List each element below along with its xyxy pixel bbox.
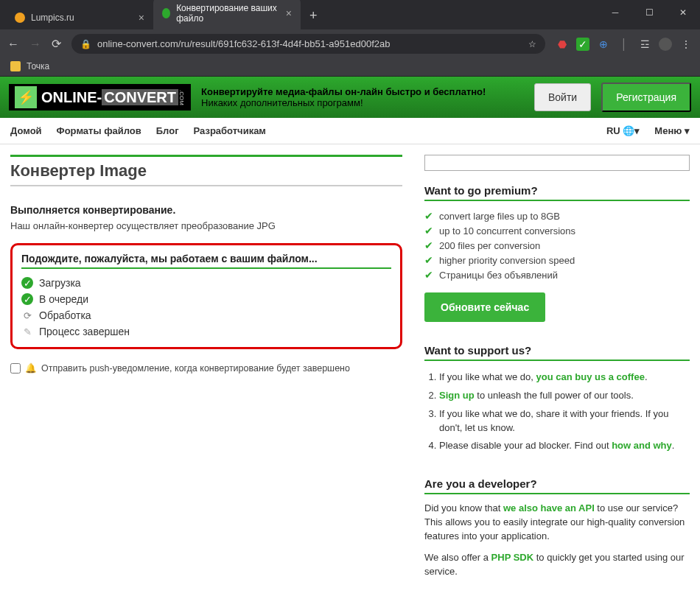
extension-icon[interactable]: ✓ xyxy=(576,38,589,51)
status-done: ✎ Процесс завершен xyxy=(21,323,391,340)
reload-button[interactable]: ⟳ xyxy=(52,37,61,51)
maximize-button[interactable]: ☐ xyxy=(632,0,666,25)
support-head: Want to support us? xyxy=(424,344,690,361)
upgrade-button[interactable]: Обновите сейчас xyxy=(424,292,545,322)
nav-lang[interactable]: RU 🌐▾ xyxy=(606,125,640,136)
check-icon: ✔ xyxy=(424,254,433,266)
dev-head: Are you a developer? xyxy=(424,477,690,494)
close-icon[interactable]: × xyxy=(286,7,292,19)
nav-menu[interactable]: Меню ▾ xyxy=(654,125,690,136)
close-window-button[interactable]: ✕ xyxy=(666,0,700,25)
sdk-link[interactable]: PHP SDK xyxy=(491,552,534,563)
address-bar[interactable]: 🔒 online-convert.com/ru/result/691fc632-… xyxy=(71,34,545,54)
support-list: If you like what we do, you can buy us a… xyxy=(439,368,690,455)
extension-icon[interactable]: ⬣ xyxy=(556,38,569,51)
logo-com: .COM xyxy=(178,90,185,105)
browser-tab-active[interactable]: Конвертирование ваших файло × xyxy=(153,0,301,29)
page-title: Конвертер Image xyxy=(10,161,402,180)
check-icon: ✔ xyxy=(424,239,433,251)
premium-list: ✔convert large files up to 8GB ✔up to 10… xyxy=(424,208,690,282)
edit-icon: ✎ xyxy=(21,326,33,337)
search-input[interactable] xyxy=(424,155,690,171)
close-icon[interactable]: × xyxy=(139,12,144,24)
tab-title: Lumpics.ru xyxy=(31,13,74,23)
login-button[interactable]: Войти xyxy=(534,83,591,111)
browser-tab[interactable]: Lumpics.ru × xyxy=(6,6,153,29)
spinner-icon: ⟳ xyxy=(21,309,33,321)
check-icon: ✔ xyxy=(424,225,433,236)
status-subtitle: Наш онлайн-конвертер осуществляет преобр… xyxy=(10,220,402,231)
push-checkbox[interactable] xyxy=(10,363,21,374)
check-icon: ✔ xyxy=(424,210,433,222)
premium-head: Want to go premium? xyxy=(424,184,690,201)
coffee-link[interactable]: you can buy us a coffee xyxy=(536,371,645,382)
check-icon: ✓ xyxy=(21,277,33,289)
status-box: Подождите, пожалуйста, мы работаем с ваш… xyxy=(10,243,402,349)
check-icon: ✓ xyxy=(21,293,33,305)
lock-icon: 🔒 xyxy=(80,39,91,49)
star-icon[interactable]: ☆ xyxy=(528,39,536,49)
nav-formats[interactable]: Форматы файлов xyxy=(57,125,141,136)
status-head: Подождите, пожалуйста, мы работаем с ваш… xyxy=(21,253,391,269)
dev-para-1: Did you know that we also have an API to… xyxy=(424,502,690,544)
push-notification-row: 🔔 Отправить push-уведомление, когда конв… xyxy=(10,362,402,374)
favicon xyxy=(162,8,170,18)
favicon xyxy=(15,13,25,23)
extension-icon[interactable]: ☲ xyxy=(638,38,651,51)
main-nav: Домой Форматы файлов Блог Разработчикам … xyxy=(0,118,700,144)
extension-icon[interactable]: ⊕ xyxy=(597,38,610,51)
nav-devs[interactable]: Разработчикам xyxy=(194,125,266,136)
status-queue: ✓ В очереди xyxy=(21,291,391,307)
new-tab-button[interactable]: + xyxy=(301,2,326,29)
nav-home[interactable]: Домой xyxy=(10,125,42,136)
avatar-icon[interactable] xyxy=(659,38,672,51)
signup-link[interactable]: Sign up xyxy=(439,390,475,401)
logo-text: ONLINE-CONVERT xyxy=(41,89,178,106)
adblock-link[interactable]: how and why xyxy=(612,440,672,451)
logo-icon: ⚡ xyxy=(15,86,37,108)
api-link[interactable]: we also have an API xyxy=(503,502,595,513)
bookmark-item[interactable]: Точка xyxy=(27,61,49,71)
site-header: ⚡ ONLINE-CONVERT .COM Конвертируйте меди… xyxy=(0,77,700,118)
url-text: online-convert.com/ru/result/691fc632-61… xyxy=(97,38,522,49)
status-process: ⟳ Обработка xyxy=(21,307,391,323)
register-button[interactable]: Регистрация xyxy=(601,83,691,112)
bell-icon: 🔔 xyxy=(25,362,37,374)
status-title: Выполняется конвертирование. xyxy=(10,204,402,216)
check-icon: ✔ xyxy=(424,269,433,281)
menu-icon[interactable]: ⋮ xyxy=(679,38,693,51)
tagline: Конвертируйте медиа-файлы он-лайн быстро… xyxy=(201,86,524,108)
tab-title: Конвертирование ваших файло xyxy=(176,3,280,24)
extension-icon[interactable]: │ xyxy=(617,38,631,51)
minimize-button[interactable]: ─ xyxy=(598,0,632,25)
nav-blog[interactable]: Блог xyxy=(156,125,179,136)
status-upload: ✓ Загрузка xyxy=(21,275,391,291)
dev-para-2: We also offer a PHP SDK to quickly get y… xyxy=(424,551,690,579)
push-label: Отправить push-уведомление, когда конвер… xyxy=(41,363,350,374)
logo[interactable]: ⚡ ONLINE-CONVERT .COM xyxy=(9,84,191,111)
back-button[interactable]: ← xyxy=(7,38,19,51)
forward-button[interactable]: → xyxy=(29,38,41,51)
bookmark-folder-icon xyxy=(10,61,21,71)
